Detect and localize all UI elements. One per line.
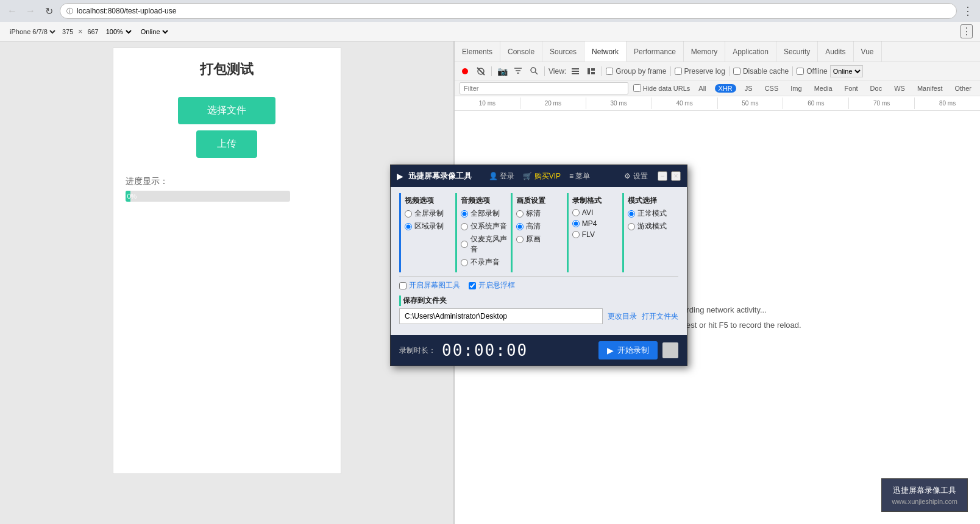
- upload-button[interactable]: 上传: [196, 130, 257, 158]
- mp4-format-option[interactable]: MP4: [572, 219, 619, 228]
- filter-button[interactable]: [511, 65, 525, 78]
- select-file-button[interactable]: 选择文件: [178, 97, 275, 124]
- recorder-buy-vip-link[interactable]: 🛒 购买VIP: [523, 171, 561, 182]
- recorder-menu-link[interactable]: ≡ 菜单: [569, 171, 590, 182]
- filter-css[interactable]: CSS: [761, 83, 783, 93]
- game-mode-option[interactable]: 游戏模式: [628, 221, 675, 232]
- filter-manifest[interactable]: Manifest: [914, 83, 946, 93]
- recorder-close-button[interactable]: ×: [671, 171, 681, 181]
- no-audio-option[interactable]: 不录声音: [461, 257, 508, 267]
- timeline-30ms: 30 ms: [586, 97, 652, 109]
- clear-button[interactable]: [474, 65, 488, 78]
- network-select[interactable]: Online: [138, 27, 170, 36]
- all-audio-option[interactable]: 全部录制: [461, 208, 508, 219]
- filter-img[interactable]: Img: [787, 83, 805, 93]
- throttle-select[interactable]: Online: [830, 65, 863, 77]
- progress-label: 进度显示：: [126, 176, 328, 187]
- filter-other[interactable]: Other: [951, 83, 975, 93]
- reload-button[interactable]: ↻: [41, 4, 56, 18]
- group-by-frame-checkbox[interactable]: Group by frame: [606, 67, 666, 76]
- tab-network[interactable]: Network: [584, 41, 627, 62]
- tab-elements[interactable]: Elements: [455, 41, 500, 62]
- float-frame-checkbox[interactable]: 开启悬浮框: [469, 280, 515, 291]
- change-dir-link[interactable]: 更改目录: [608, 311, 637, 322]
- device-select[interactable]: iPhone 6/7/8: [7, 27, 57, 36]
- tab-console[interactable]: Console: [500, 41, 542, 62]
- filter-doc[interactable]: Doc: [867, 83, 886, 93]
- address-bar[interactable]: ⓘ localhost:8080/test-upload-use: [60, 3, 957, 19]
- screenshot-tool-checkbox[interactable]: 开启屏幕图工具: [399, 280, 460, 291]
- preserve-log-checkbox[interactable]: Preserve log: [675, 67, 725, 76]
- record-button[interactable]: [458, 65, 472, 78]
- system-audio-option[interactable]: 仅系统声音: [461, 221, 508, 232]
- format-options-title: 录制格式: [572, 196, 619, 206]
- watermark-site: www.xunjieshipin.com: [892, 498, 957, 505]
- back-button[interactable]: ←: [5, 4, 20, 18]
- offline-checkbox[interactable]: Offline: [797, 67, 827, 76]
- filter-input[interactable]: [460, 82, 628, 94]
- recorder-login-link[interactable]: 👤 登录: [489, 171, 514, 182]
- filter-font[interactable]: Font: [841, 83, 862, 93]
- disable-cache-checkbox[interactable]: Disable cache: [733, 67, 789, 76]
- tab-vue[interactable]: Vue: [854, 41, 882, 62]
- start-record-button[interactable]: ▶ 开始录制: [598, 341, 658, 359]
- timeline-bar: 10 ms 20 ms 30 ms 40 ms 50 ms 60 ms 70 m…: [455, 96, 980, 111]
- svg-line-4: [535, 72, 538, 74]
- recorder-minimize-button[interactable]: −: [658, 171, 667, 181]
- progress-bar-wrap: 0%: [126, 191, 290, 202]
- flv-format-option[interactable]: FLV: [572, 230, 619, 239]
- recorder-dialog: ▶ 迅捷屏幕录像工具 👤 登录 🛒 购买VIP ≡ 菜单 ⚙ 设置 − × 视频…: [390, 165, 687, 366]
- mobile-preview: 打包测试 选择文件 上传 进度显示： 0%: [0, 41, 454, 524]
- recorder-content: 视频选项 全屏录制 区域录制 音频选项 全部录制: [391, 187, 687, 335]
- mode-options-group: 模式选择 正常模式 游戏模式: [622, 193, 678, 272]
- open-folder-link[interactable]: 打开文件夹: [642, 311, 678, 322]
- filter-bar: Hide data URLs All XHR JS CSS Img Media …: [455, 80, 980, 96]
- audio-options-title: 音频选项: [461, 196, 508, 206]
- recorder-bottom-bar: 录制时长： 00:00:00 ▶ 开始录制: [391, 335, 687, 366]
- normal-mode-option[interactable]: 正常模式: [628, 208, 675, 219]
- device-width: 375: [62, 28, 73, 35]
- stop-button[interactable]: [662, 342, 678, 358]
- filter-js[interactable]: JS: [741, 83, 756, 93]
- tab-security[interactable]: Security: [776, 41, 818, 62]
- url-text: localhost:8080/test-upload-use: [77, 7, 176, 15]
- timeline-50ms: 50 ms: [717, 97, 783, 109]
- browser-menu-button[interactable]: ⋮: [960, 4, 975, 18]
- filter-all[interactable]: All: [695, 83, 709, 93]
- svg-rect-9: [591, 68, 595, 71]
- view-list-button[interactable]: [569, 65, 582, 78]
- sd-quality-option[interactable]: 标清: [516, 208, 563, 219]
- view-detail-button[interactable]: [584, 65, 598, 78]
- original-quality-option[interactable]: 原画: [516, 234, 563, 244]
- network-toolbar: 📷 View: Group by frame: [455, 62, 980, 80]
- tab-performance[interactable]: Performance: [627, 41, 684, 62]
- tab-application[interactable]: Application: [725, 41, 776, 62]
- tab-audits[interactable]: Audits: [818, 41, 853, 62]
- hide-data-urls-checkbox[interactable]: Hide data URLs: [633, 84, 691, 92]
- tab-sources[interactable]: Sources: [542, 41, 584, 62]
- area-record-option[interactable]: 区域录制: [405, 221, 452, 232]
- device-toolbar-menu[interactable]: ⋮: [960, 24, 973, 38]
- toolbar-sep-5: [729, 66, 730, 76]
- fullscreen-record-option[interactable]: 全屏录制: [405, 208, 452, 219]
- mic-audio-option[interactable]: 仅麦克风声音: [461, 234, 508, 255]
- svg-rect-8: [588, 68, 590, 74]
- recorder-win-btns: − ×: [658, 171, 681, 181]
- filter-media[interactable]: Media: [811, 83, 836, 93]
- filter-xhr[interactable]: XHR: [715, 84, 736, 93]
- zoom-select[interactable]: 100%: [104, 27, 133, 36]
- save-folder-row: 更改目录 打开文件夹: [399, 308, 678, 324]
- camera-button[interactable]: 📷: [495, 65, 509, 78]
- timeline-10ms: 10 ms: [455, 97, 520, 109]
- filter-ws[interactable]: WS: [890, 83, 909, 93]
- svg-rect-10: [591, 72, 595, 74]
- recorder-title-menus: 👤 登录 🛒 购买VIP ≡ 菜单: [489, 171, 590, 182]
- recorder-settings-btn[interactable]: ⚙ 设置: [624, 171, 648, 182]
- avi-format-option[interactable]: AVI: [572, 208, 619, 217]
- forward-button[interactable]: →: [23, 4, 38, 18]
- tab-memory[interactable]: Memory: [684, 41, 725, 62]
- save-path-input[interactable]: [399, 308, 603, 324]
- view-label: View:: [549, 67, 566, 76]
- hd-quality-option[interactable]: 高清: [516, 221, 563, 232]
- search-button[interactable]: [527, 65, 541, 78]
